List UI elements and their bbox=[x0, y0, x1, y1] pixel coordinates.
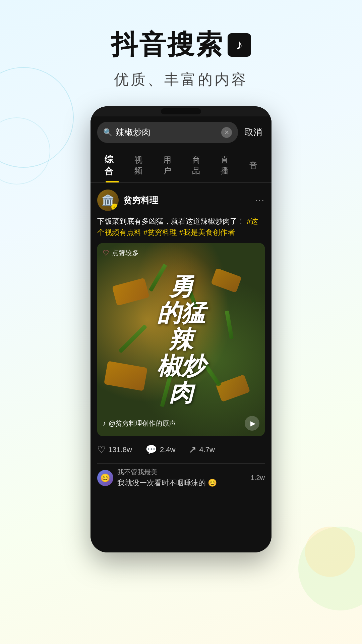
username[interactable]: 贫穷料理 bbox=[123, 195, 255, 206]
tab-商品[interactable]: 商品 bbox=[185, 149, 214, 181]
page-content: 抖音搜索 ♪ 优质、丰富的内容 🔍 辣椒炒肉 ✕ 取消 bbox=[0, 0, 362, 552]
phone-screen: 🔍 辣椒炒肉 ✕ 取消 综合 视频 用户 商品 直播 音 bbox=[90, 116, 272, 552]
share-icon: ↗ bbox=[189, 444, 196, 455]
search-cancel-button[interactable]: 取消 bbox=[242, 126, 265, 138]
tab-综合[interactable]: 综合 bbox=[97, 148, 127, 182]
tiktok-logo-icon: ♪ bbox=[236, 37, 243, 53]
tiktok-logo: ♪ bbox=[228, 33, 251, 57]
comment-text: 我就没一次看时不咽唾沫的 😊 bbox=[117, 478, 247, 488]
video-container[interactable]: 勇的猛辣椒炒肉 ♡ 点赞较多 ♪ @贫穷料理创作的原声 bbox=[97, 243, 265, 436]
sound-text: @贫穷料理创作的原声 bbox=[109, 419, 176, 428]
comment-count-right: 1.2w bbox=[251, 474, 265, 482]
search-icon: 🔍 bbox=[103, 128, 112, 137]
tab-视频[interactable]: 视频 bbox=[127, 149, 156, 181]
search-input-container[interactable]: 🔍 辣椒炒肉 ✕ bbox=[97, 122, 238, 143]
heart-icon: ♡ bbox=[103, 249, 109, 258]
search-bar: 🔍 辣椒炒肉 ✕ 取消 bbox=[90, 116, 272, 148]
tab-用户[interactable]: 用户 bbox=[156, 149, 185, 181]
post-header: 🏛️ ✓ 贫穷料理 ··· bbox=[97, 190, 265, 211]
comment-count: 2.4w bbox=[160, 445, 175, 454]
play-button[interactable]: ▶ bbox=[245, 416, 259, 431]
main-title: 抖音搜索 bbox=[111, 27, 224, 63]
comment-icon: 💬 bbox=[145, 444, 157, 455]
tab-音乐[interactable]: 音 bbox=[242, 155, 265, 176]
commenter-avatar: 😊 bbox=[97, 470, 113, 486]
comment-content: 我不管我最美 我就没一次看时不咽唾沫的 😊 bbox=[117, 468, 247, 488]
title-row: 抖音搜索 ♪ bbox=[111, 27, 251, 63]
post-text: 下饭菜到底有多凶猛，就看这道辣椒炒肉了！ #这个视频有点料 #贫穷料理 #我是美… bbox=[97, 216, 265, 238]
verified-badge: ✓ bbox=[111, 204, 118, 210]
tag-text: 点赞较多 bbox=[112, 249, 139, 258]
content-area: 🏛️ ✓ 贫穷料理 ··· 下饭菜到底有多凶猛，就看这道辣椒炒肉了！ #这个视频… bbox=[90, 183, 272, 495]
play-icon: ▶ bbox=[250, 419, 255, 427]
tiktok-small-icon: ♪ bbox=[103, 420, 106, 427]
notch-bar bbox=[161, 108, 201, 114]
video-title-text: 勇的猛辣椒炒肉 bbox=[157, 273, 205, 406]
video-background: 勇的猛辣椒炒肉 ♡ 点赞较多 ♪ @贫穷料理创作的原声 bbox=[97, 243, 265, 436]
search-clear-button[interactable]: ✕ bbox=[221, 127, 232, 138]
tab-bar: 综合 视频 用户 商品 直播 音 bbox=[90, 148, 272, 183]
clear-icon: ✕ bbox=[224, 129, 229, 136]
more-options-icon[interactable]: ··· bbox=[255, 195, 265, 206]
like-action[interactable]: ♡ 131.8w bbox=[97, 444, 132, 455]
commenter-username: 我不管我最美 bbox=[117, 468, 247, 477]
like-icon: ♡ bbox=[97, 444, 106, 455]
subtitle: 优质、丰富的内容 bbox=[111, 70, 251, 90]
tab-直播[interactable]: 直播 bbox=[213, 149, 242, 181]
commenter-avatar-icon: 😊 bbox=[100, 473, 110, 483]
video-tag: ♡ 点赞较多 bbox=[103, 249, 139, 258]
video-bottom-bar: ♪ @贫穷料理创作的原声 ▶ bbox=[103, 416, 259, 431]
post-description: 下饭菜到底有多凶猛，就看这道辣椒炒肉了！ bbox=[97, 217, 245, 225]
phone-notch bbox=[90, 106, 272, 116]
share-action[interactable]: ↗ 4.7w bbox=[189, 444, 215, 455]
divider bbox=[97, 463, 265, 464]
phone-mockup: 🔍 辣椒炒肉 ✕ 取消 综合 视频 用户 商品 直播 音 bbox=[90, 106, 272, 552]
avatar[interactable]: 🏛️ ✓ bbox=[97, 190, 119, 211]
comment-action[interactable]: 💬 2.4w bbox=[145, 444, 175, 455]
comment-preview: 😊 我不管我最美 我就没一次看时不咽唾沫的 😊 1.2w bbox=[97, 466, 265, 488]
action-bar: ♡ 131.8w 💬 2.4w ↗ 4.7w bbox=[97, 441, 265, 461]
like-count: 131.8w bbox=[108, 445, 132, 454]
search-query: 辣椒炒肉 bbox=[116, 126, 218, 138]
sound-info: ♪ @贫穷料理创作的原声 bbox=[103, 419, 176, 428]
header-section: 抖音搜索 ♪ 优质、丰富的内容 bbox=[111, 27, 251, 90]
video-overlay-text: 勇的猛辣椒炒肉 bbox=[97, 243, 265, 436]
share-count: 4.7w bbox=[199, 445, 215, 454]
